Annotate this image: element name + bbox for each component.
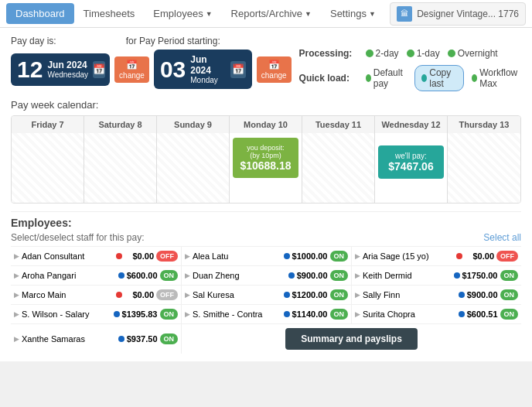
change-icon: 📅 [126, 60, 138, 70]
emp-cell-keith: ▶ Keith Dermid $1750.00 ON [351, 266, 521, 285]
toggle-alea[interactable]: ON [330, 251, 349, 262]
emp-cell-xanthe: ▶ Xanthe Samaras $937.50 ON [11, 324, 181, 354]
period-start-number: 03 [160, 58, 186, 81]
status-dot-aroha [118, 272, 124, 279]
deposit-box: you deposit: (by 10pm) $10688.18 [233, 138, 298, 178]
select-all-link[interactable]: Select all [483, 232, 521, 243]
status-dot-sally [459, 292, 465, 298]
emp-amount-marco: $0.00 [124, 290, 154, 299]
cal-body-wed: we'll pay: $7467.06 [375, 133, 448, 203]
deposit-amount: $10688.18 [236, 159, 295, 172]
emp-cell-adan: ▶ Adan Consultant $0.00 OFF [11, 247, 181, 265]
status-dot-alea [284, 253, 290, 259]
emp-amount-surita: $600.51 [467, 310, 498, 319]
emp-name-aroha: Aroha Pangari [22, 271, 116, 280]
toggle-ssmithec[interactable]: ON [330, 309, 349, 320]
emp-row-2: ▶ Aroha Pangari $600.00 ON ▶ Duan Zheng … [11, 265, 521, 285]
emp-cell-ssmithec: ▶ S. Smithe - Contra $1140.00 ON [181, 305, 351, 323]
period-start-box: 03 Jun 2024 Monday 📅 [154, 50, 252, 89]
status-dot-duan [288, 272, 295, 279]
employees-section: Employees: Select/deselect staff for thi… [11, 211, 521, 354]
processing-1day[interactable]: 1-day [407, 48, 440, 59]
emp-name-surita: Surita Chopra [363, 310, 456, 319]
reports-chevron-icon: ▼ [305, 10, 312, 18]
cal-header-mon: Monday 10 [230, 116, 302, 133]
toggle-duan[interactable]: ON [330, 270, 349, 281]
processing-label: Processing: [299, 48, 358, 59]
toggle-keith[interactable]: ON [500, 270, 519, 281]
emp-row-1: ▶ Adan Consultant $0.00 OFF ▶ Alea Latu … [11, 246, 521, 265]
emp-cell-sal: ▶ Sal Kuresa $1200.00 ON [181, 286, 351, 304]
nav-item-employees[interactable]: Employees ▼ [144, 3, 221, 24]
pay-day-label: Pay day is: [11, 36, 56, 46]
cal-body-tue [302, 133, 375, 203]
emp-cell-summary-placeholder: Summary and payslips [181, 324, 521, 354]
toggle-adan[interactable]: OFF [156, 251, 178, 262]
settings-chevron-icon: ▼ [369, 10, 376, 18]
cal-header-sun: Sunday 9 [157, 116, 230, 133]
dot-2day [366, 50, 373, 57]
toggle-sally[interactable]: ON [500, 289, 519, 300]
toggle-aroha[interactable]: ON [160, 270, 179, 281]
employees-chevron-icon: ▼ [206, 10, 213, 18]
dot-copy-last [421, 74, 427, 82]
status-dot-adan [116, 253, 122, 259]
payday-month: Jun 2024 [47, 60, 88, 70]
nav-item-dashboard[interactable]: Dashboard [6, 3, 74, 24]
payday-weekday: Wednesday [47, 70, 88, 79]
emp-name-ssmithec: S. Smithe - Contra [193, 310, 281, 319]
emp-cell-aria: ▶ Aria Sage (15 yo) $0.00 OFF [351, 247, 521, 265]
emp-name-adan: Adan Consultant [22, 251, 114, 261]
emp-arrow-keith: ▶ [355, 272, 360, 279]
toggle-aria[interactable]: OFF [496, 251, 518, 262]
period-start-month: Jun 2024 [190, 54, 226, 76]
toggle-marco[interactable]: OFF [156, 289, 178, 300]
emp-cell-duan: ▶ Duan Zheng $900.00 ON [181, 266, 351, 285]
emp-row-5: ▶ Xanthe Samaras $937.50 ON Summary and … [11, 323, 521, 354]
emp-name-marco: Marco Main [22, 290, 114, 299]
emp-amount-adan: $0.00 [124, 251, 154, 261]
summary-payslips-button[interactable]: Summary and payslips [285, 328, 418, 350]
cal-body-sat [84, 133, 157, 203]
emp-name-alea: Alea Latu [193, 251, 281, 261]
payment-amount: $7467.06 [381, 160, 441, 173]
emp-cell-marco: ▶ Marco Main $0.00 OFF [11, 286, 181, 304]
emp-name-sal: Sal Kuresa [193, 290, 281, 299]
change-period-button[interactable]: 📅 change [257, 56, 292, 83]
status-dot-sal [284, 292, 290, 298]
change-period-icon: 📅 [268, 60, 280, 70]
emp-amount-aroha: $600.00 [127, 271, 158, 280]
change-payday-button[interactable]: 📅 change [114, 56, 149, 83]
emp-arrow-aroha: ▶ [14, 272, 19, 279]
cal-body-thu [448, 133, 520, 203]
emp-name-aria: Aria Sage (15 yo) [363, 251, 454, 261]
quickload-copy-last[interactable]: Copy last [414, 65, 464, 91]
toggle-xanthe[interactable]: ON [160, 333, 179, 344]
company-icon: 🏛 [397, 6, 412, 22]
emp-name-keith: Keith Dermid [363, 271, 452, 280]
dot-workflow [472, 74, 477, 82]
calendar-icon-period: 📅 [230, 61, 246, 78]
payment-label: we'll pay: [381, 152, 441, 160]
payday-box: 12 Jun 2024 Wednesday 📅 [11, 53, 110, 86]
cal-header-wed: Wednesday 12 [375, 116, 448, 133]
emp-arrow-duan: ▶ [185, 272, 190, 279]
nav-item-settings[interactable]: Settings ▼ [321, 3, 385, 24]
quickload-default[interactable]: Default pay [366, 67, 408, 89]
nav-item-reports[interactable]: Reports/Archive ▼ [222, 3, 321, 24]
dot-overnight [448, 50, 455, 57]
payday-number: 12 [17, 58, 43, 81]
toggle-surita[interactable]: ON [500, 309, 519, 320]
emp-arrow-surita: ▶ [355, 310, 360, 318]
company-logo: 🏛 Designer Vintage... 1776 [390, 2, 526, 26]
emp-arrow-xanthe: ▶ [14, 335, 19, 343]
toggle-swilson[interactable]: ON [160, 309, 179, 320]
emp-amount-aria: $0.00 [465, 251, 494, 261]
period-start-weekday: Monday [190, 76, 226, 84]
processing-overnight[interactable]: Overnight [448, 48, 498, 59]
processing-2day[interactable]: 2-day [366, 48, 399, 59]
emp-name-xanthe: Xanthe Samaras [22, 334, 116, 344]
nav-item-timesheets[interactable]: Timesheets [74, 3, 145, 24]
quickload-workflow[interactable]: Workflow Max [472, 67, 521, 89]
toggle-sal[interactable]: ON [330, 289, 349, 300]
